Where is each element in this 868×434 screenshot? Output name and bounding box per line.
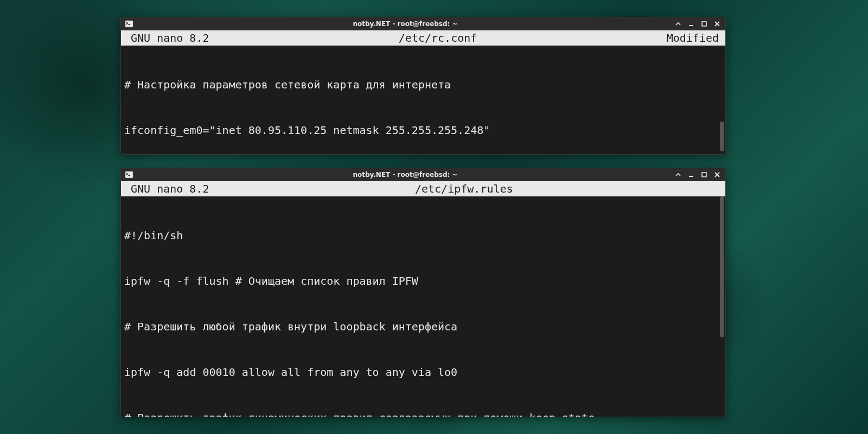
nano-status	[719, 181, 725, 196]
file-line: ifconfig_em0="inet 80.95.110.25 netmask …	[124, 123, 722, 138]
file-line: ipfw -q add 00010 allow all from any to …	[124, 365, 722, 380]
window-title: notby.NET - root@freebsd: ~	[137, 171, 673, 178]
file-line: ipfw -q -f flush # Очищаем список правил…	[124, 273, 722, 289]
nano-file-path: /etc/ipfw.rules	[209, 181, 719, 196]
scrollbar[interactable]	[720, 196, 724, 414]
rollup-button[interactable]	[673, 19, 683, 29]
svg-rect-0	[125, 21, 133, 27]
scrollbar[interactable]	[720, 46, 724, 152]
terminal-icon	[124, 170, 134, 180]
terminal-body[interactable]: GNU nano 8.2 /etc/rc.conf Modified # Нас…	[121, 30, 725, 154]
close-button[interactable]	[712, 170, 722, 180]
window-controls	[673, 19, 725, 29]
titlebar[interactable]: notby.NET - root@freebsd: ~	[121, 168, 725, 181]
svg-rect-3	[702, 22, 706, 26]
maximize-button[interactable]	[699, 170, 709, 180]
titlebar[interactable]: notby.NET - root@freebsd: ~	[121, 17, 725, 30]
window-title: notby.NET - root@freebsd: ~	[137, 20, 673, 28]
file-line: # Настройка параметров сетевой карта для…	[124, 77, 722, 92]
file-line: # Разрешить любой трафик внутри loopback…	[124, 319, 722, 334]
nano-version: GNU nano 8.2	[131, 30, 209, 46]
window-controls	[673, 170, 725, 180]
file-line: #!/bin/sh	[124, 228, 722, 243]
file-content[interactable]: # Настройка параметров сетевой карта для…	[121, 46, 725, 155]
close-button[interactable]	[712, 19, 722, 29]
minimize-button[interactable]	[686, 19, 696, 29]
nano-header: GNU nano 8.2 /etc/ipfw.rules	[121, 181, 725, 196]
minimize-button[interactable]	[686, 170, 696, 180]
nano-status: Modified	[667, 30, 725, 46]
nano-header: GNU nano 8.2 /etc/rc.conf Modified	[121, 30, 725, 46]
rollup-button[interactable]	[673, 170, 683, 180]
desktop: notby.NET - root@freebsd: ~ GNU nano 8.2	[0, 0, 868, 434]
nano-version: GNU nano 8.2	[131, 181, 209, 196]
terminal-window-ipfw-rules: notby.NET - root@freebsd: ~ GNU nano 8.2	[120, 168, 726, 417]
svg-rect-7	[702, 173, 706, 177]
scrollbar-thumb[interactable]	[720, 196, 724, 337]
terminal-body[interactable]: GNU nano 8.2 /etc/ipfw.rules #!/bin/sh i…	[121, 181, 725, 417]
scrollbar-thumb[interactable]	[720, 122, 724, 151]
maximize-button[interactable]	[699, 19, 709, 29]
nano-file-path: /etc/rc.conf	[209, 30, 667, 46]
file-content[interactable]: #!/bin/sh ipfw -q -f flush # Очищаем спи…	[121, 196, 725, 417]
terminal-icon	[124, 19, 134, 29]
svg-rect-4	[125, 171, 133, 178]
terminal-window-rc-conf: notby.NET - root@freebsd: ~ GNU nano 8.2	[120, 17, 726, 155]
file-line: # Разрешить трафик динамических правил с…	[124, 410, 722, 417]
